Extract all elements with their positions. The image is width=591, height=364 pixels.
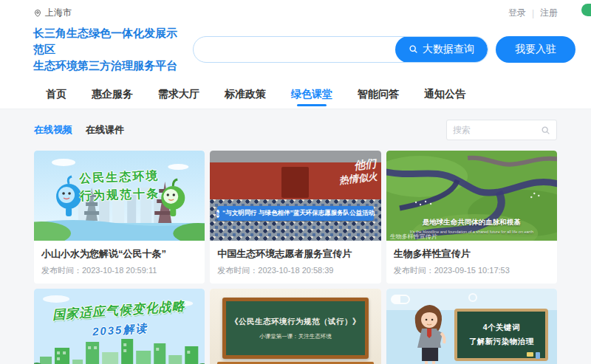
nav-item-smart-qa[interactable]: 智能问答 bbox=[356, 83, 400, 109]
calligraphy-overlay: 他们 热情似火 bbox=[337, 157, 378, 188]
tab-online-courseware[interactable]: 在线课件 bbox=[86, 123, 124, 137]
register-link[interactable]: 注册 bbox=[540, 7, 558, 19]
video-thumbnail: 国家适应气候变化战略 2035解读 bbox=[34, 289, 205, 364]
nav-item-green-classroom[interactable]: 绿色课堂 bbox=[290, 83, 334, 109]
video-thumbnail: 《公民生态环境行为规范（试行）》 小课堂第一课：关注生态环境 bbox=[210, 289, 380, 364]
video-thumbnail: 4个关键词 了解新污染物治理 bbox=[386, 289, 557, 364]
thumbnail-subtitle: 是地球生命共同体的血脉和根基 bbox=[386, 218, 557, 227]
video-thumbnail: 是地球生命共同体的血脉和根基 It's the bloodline and fo… bbox=[386, 151, 557, 241]
thumbnail-overlay-text: 公民生态环境 行为规范十条 bbox=[34, 165, 205, 207]
main-nav: 首页 惠企服务 需求大厅 标准政策 绿色课堂 智能问答 通知公告 bbox=[0, 83, 591, 109]
nav-item-demand-hall[interactable]: 需求大厅 bbox=[157, 83, 201, 109]
chalkboard-line1: 4个关键词 bbox=[483, 323, 520, 333]
login-link[interactable]: 登录 bbox=[508, 7, 526, 19]
content-area: 在线视频 在线课件 bbox=[0, 109, 591, 364]
video-title: 中国生态环境志愿者服务宣传片 bbox=[217, 247, 373, 261]
video-card-volunteers[interactable]: 他们 热情似火 b “与文明同行 与绿色相伴”蓝天环保志愿服务队公益活动 中国生… bbox=[210, 151, 380, 284]
big-data-search-button[interactable]: 大数据查询 bbox=[395, 36, 488, 63]
auth-links: 登录 | 注册 bbox=[508, 7, 558, 19]
tab-online-video[interactable]: 在线视频 bbox=[34, 123, 72, 137]
list-search-input[interactable] bbox=[453, 125, 541, 135]
video-thumbnail: 公民生态环境 行为规范十条 bbox=[34, 151, 205, 241]
location-pin-icon bbox=[33, 9, 42, 18]
banner-logo: b bbox=[216, 210, 219, 218]
top-bar: 上海市 登录 | 注册 bbox=[0, 0, 591, 21]
info-circle-icon bbox=[468, 293, 477, 302]
video-title: 生物多样性宣传片 bbox=[394, 247, 550, 261]
sub-tabs: 在线视频 在线课件 bbox=[34, 119, 557, 141]
auth-separator: | bbox=[532, 8, 534, 18]
thumbnail-corner-label: 生物多样性宣传片 bbox=[390, 233, 437, 241]
nav-item-notices[interactable]: 通知公告 bbox=[423, 83, 467, 109]
video-grid: 公民生态环境 行为规范十条 小山小水为您解说“公民十条” 发布时间：2023-1… bbox=[34, 151, 557, 364]
video-date: 发布时间：2023-09-15 10:17:53 bbox=[394, 265, 550, 276]
chalkboard-line2: 了解新污染物治理 bbox=[469, 337, 534, 347]
location-selector[interactable]: 上海市 bbox=[33, 7, 72, 19]
video-card-new-pollutants[interactable]: 4个关键词 了解新污染物治理 2分钟带你了解新污染物 发布时间：2023-06-… bbox=[386, 289, 557, 364]
video-thumbnail: 他们 热情似火 b “与文明同行 与绿色相伴”蓝天环保志愿服务队公益活动 bbox=[210, 151, 380, 241]
nav-item-home[interactable]: 首页 bbox=[44, 83, 68, 109]
site-title-line2: 生态环境第三方治理服务平台 bbox=[33, 58, 185, 74]
site-title: 长三角生态绿色一体化发展示范区 生态环境第三方治理服务平台 bbox=[33, 25, 185, 73]
video-title: 小山小水为您解说“公民十条” bbox=[41, 247, 197, 261]
location-label: 上海市 bbox=[45, 7, 72, 19]
big-data-search-label: 大数据查询 bbox=[423, 43, 474, 56]
video-card-climate-strategy[interactable]: 国家适应气候变化战略 2035解读 国家适应气候变化战略2035 解读 发布时间… bbox=[34, 289, 205, 364]
side-float-widget[interactable] bbox=[581, 4, 591, 16]
nav-item-standards-policies[interactable]: 标准政策 bbox=[223, 83, 267, 109]
chalkboard-title: 《公民生态环境行为规范（试行）》 bbox=[230, 317, 361, 327]
big-data-search-bar: 大数据查询 bbox=[193, 36, 488, 63]
video-card-civic-code[interactable]: 公民生态环境 行为规范十条 小山小水为您解说“公民十条” 发布时间：2023-1… bbox=[34, 151, 205, 284]
nav-item-enterprise-services[interactable]: 惠企服务 bbox=[90, 83, 134, 109]
chalkboard-subtitle: 小课堂第一课：关注生态环境 bbox=[259, 333, 332, 340]
event-banner: b “与文明同行 与绿色相伴”蓝天环保志愿服务队公益活动 bbox=[217, 206, 375, 221]
join-button[interactable]: 我要入驻 bbox=[496, 36, 575, 63]
chalk-and-book-icons bbox=[527, 352, 540, 359]
list-search-box bbox=[446, 120, 557, 140]
video-date: 发布时间：2023-10-18 20:59:11 bbox=[41, 265, 197, 276]
video-card-conduct-code[interactable]: 《公民生态环境行为规范（试行）》 小课堂第一课：关注生态环境 公民生态环境行为规… bbox=[210, 289, 380, 364]
video-card-biodiversity[interactable]: 是地球生命共同体的血脉和根基 It's the bloodline and fo… bbox=[386, 151, 557, 284]
site-header: 长三角生态绿色一体化发展示范区 生态环境第三方治理服务平台 大数据查询 我要入驻 bbox=[0, 21, 591, 83]
big-data-search-input[interactable] bbox=[194, 37, 395, 62]
video-date: 发布时间：2023-10-18 20:58:39 bbox=[217, 265, 373, 276]
search-icon bbox=[409, 44, 418, 54]
temple-gate bbox=[281, 167, 309, 197]
chalkboard: 《公民生态环境行为规范（试行）》 小课堂第一课：关注生态环境 bbox=[222, 298, 369, 359]
search-icon bbox=[541, 126, 550, 135]
site-title-line1: 长三角生态绿色一体化发展示范区 bbox=[33, 25, 185, 58]
capsule-icon bbox=[391, 295, 410, 304]
